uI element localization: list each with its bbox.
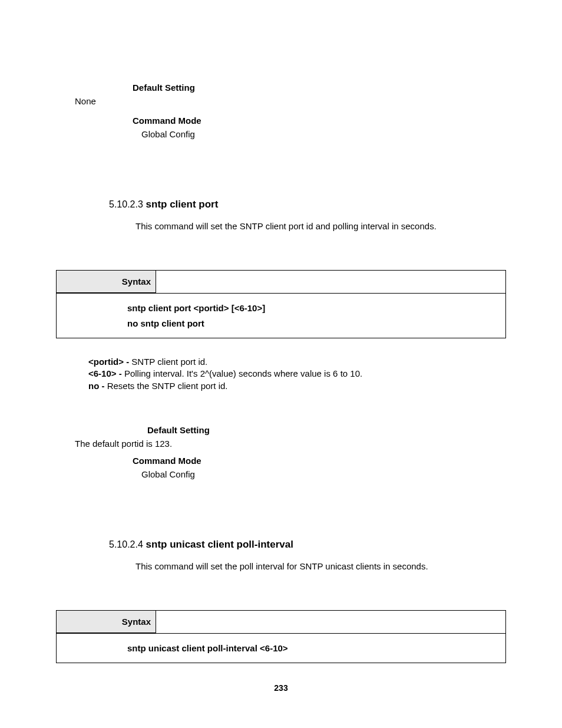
- default-setting-value-2: The default portid is 123.: [75, 439, 506, 449]
- syntax-command-2a: sntp unicast client poll-interval <6-10>: [127, 641, 500, 656]
- default-setting-value-1: None: [75, 96, 506, 106]
- syntax-label-1: Syntax: [57, 271, 156, 293]
- section-number: 5.10.2.3: [109, 199, 143, 209]
- param-list-1: <portid> - SNTP client port id. <6-10> -…: [88, 356, 506, 392]
- section-number: 5.10.2.4: [109, 539, 143, 549]
- default-setting-label-2: Default Setting: [147, 425, 506, 435]
- param-key: no -: [88, 381, 105, 391]
- syntax-box-2: Syntax sntp unicast client poll-interval…: [56, 610, 506, 664]
- param-key: <portid> -: [88, 357, 129, 367]
- command-mode-label-1: Command Mode: [133, 116, 506, 126]
- param-no: no - Resets the SNTP client port id.: [88, 380, 506, 392]
- param-range: <6-10> - Polling interval. It's 2^(value…: [88, 368, 506, 380]
- syntax-command-1a: sntp client port <portid> [<6-10>]: [127, 301, 500, 316]
- default-setting-label-1: Default Setting: [133, 83, 506, 93]
- command-mode-label-2: Command Mode: [133, 456, 506, 466]
- section-heading-sntp-client-port: 5.10.2.3 sntp client port: [109, 199, 506, 210]
- section-title: sntp client port: [146, 199, 219, 210]
- syntax-label-2: Syntax: [57, 611, 156, 633]
- param-val: SNTP client port id.: [129, 357, 207, 367]
- section-desc-2: This command will set the poll interval …: [135, 561, 506, 571]
- param-portid: <portid> - SNTP client port id.: [88, 356, 506, 368]
- param-val: Polling interval. It's 2^(value) seconds…: [122, 368, 362, 378]
- param-val: Resets the SNTP client port id.: [105, 381, 228, 391]
- section-desc-1: This command will set the SNTP client po…: [135, 221, 506, 231]
- page-number: 233: [0, 683, 562, 693]
- section-heading-sntp-unicast: 5.10.2.4 sntp unicast client poll-interv…: [109, 539, 506, 551]
- section-title: sntp unicast client poll-interval: [146, 539, 293, 550]
- command-mode-value-2: Global Config: [141, 469, 506, 479]
- syntax-box-1: Syntax sntp client port <portid> [<6-10>…: [56, 270, 506, 338]
- syntax-command-1b: no sntp client port: [127, 316, 500, 331]
- param-key: <6-10> -: [88, 368, 122, 378]
- command-mode-value-1: Global Config: [141, 129, 506, 139]
